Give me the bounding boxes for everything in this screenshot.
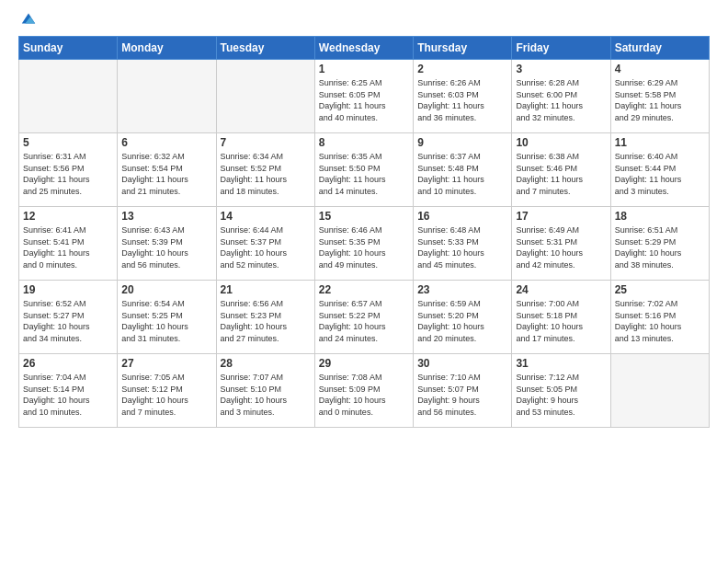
day-number: 14 (221, 210, 311, 223)
calendar-table: SundayMondayTuesdayWednesdayThursdayFrid… (18, 36, 710, 428)
day-info: Sunrise: 6:52 AM Sunset: 5:27 PM Dayligh… (23, 298, 113, 344)
calendar-cell: 21Sunrise: 6:56 AM Sunset: 5:23 PM Dayli… (216, 281, 314, 354)
day-info: Sunrise: 7:02 AM Sunset: 5:16 PM Dayligh… (615, 298, 705, 344)
calendar-cell: 31Sunrise: 7:12 AM Sunset: 5:05 PM Dayli… (512, 354, 610, 428)
day-number: 4 (615, 63, 705, 75)
day-number: 9 (417, 136, 507, 149)
calendar-header-row: SundayMondayTuesdayWednesdayThursdayFrid… (19, 37, 710, 60)
calendar-cell: 13Sunrise: 6:43 AM Sunset: 5:39 PM Dayli… (118, 207, 216, 281)
day-number: 30 (417, 357, 507, 370)
day-info: Sunrise: 6:51 AM Sunset: 5:29 PM Dayligh… (615, 224, 705, 270)
calendar-cell: 8Sunrise: 6:35 AM Sunset: 5:50 PM Daylig… (314, 133, 413, 207)
day-number: 8 (319, 136, 409, 149)
day-info: Sunrise: 7:00 AM Sunset: 5:18 PM Dayligh… (516, 298, 606, 344)
day-info: Sunrise: 6:46 AM Sunset: 5:35 PM Dayligh… (319, 224, 409, 270)
logo-icon (20, 10, 37, 27)
day-number: 18 (615, 210, 705, 223)
weekday-header-wednesday: Wednesday (314, 37, 413, 60)
calendar-cell: 7Sunrise: 6:34 AM Sunset: 5:52 PM Daylig… (216, 133, 314, 207)
calendar-cell: 14Sunrise: 6:44 AM Sunset: 5:37 PM Dayli… (216, 207, 314, 281)
calendar-cell: 30Sunrise: 7:10 AM Sunset: 5:07 PM Dayli… (414, 354, 512, 428)
day-info: Sunrise: 6:54 AM Sunset: 5:25 PM Dayligh… (121, 298, 211, 344)
day-number: 7 (221, 136, 311, 149)
day-info: Sunrise: 6:28 AM Sunset: 6:00 PM Dayligh… (516, 77, 606, 123)
day-number: 27 (121, 357, 211, 370)
day-info: Sunrise: 7:05 AM Sunset: 5:12 PM Dayligh… (121, 372, 211, 418)
calendar-cell: 3Sunrise: 6:28 AM Sunset: 6:00 PM Daylig… (512, 60, 610, 133)
day-info: Sunrise: 6:35 AM Sunset: 5:50 PM Dayligh… (319, 151, 409, 197)
day-info: Sunrise: 6:43 AM Sunset: 5:39 PM Dayligh… (121, 224, 211, 270)
header (18, 14, 710, 27)
weekday-header-monday: Monday (118, 37, 216, 60)
day-info: Sunrise: 7:04 AM Sunset: 5:14 PM Dayligh… (23, 372, 113, 418)
day-number: 15 (319, 210, 409, 223)
day-number: 17 (516, 210, 606, 223)
day-number: 24 (516, 283, 606, 296)
day-info: Sunrise: 6:40 AM Sunset: 5:44 PM Dayligh… (615, 151, 705, 197)
weekday-header-saturday: Saturday (610, 37, 709, 60)
day-number: 2 (417, 63, 507, 75)
calendar-cell: 2Sunrise: 6:26 AM Sunset: 6:03 PM Daylig… (414, 60, 512, 133)
calendar-cell (19, 60, 118, 133)
calendar-week-0: 1Sunrise: 6:25 AM Sunset: 6:05 PM Daylig… (19, 60, 710, 133)
day-info: Sunrise: 6:26 AM Sunset: 6:03 PM Dayligh… (417, 77, 507, 123)
day-number: 26 (23, 357, 113, 370)
calendar-cell: 9Sunrise: 6:37 AM Sunset: 5:48 PM Daylig… (414, 133, 512, 207)
day-info: Sunrise: 6:25 AM Sunset: 6:05 PM Dayligh… (319, 77, 409, 123)
calendar-cell: 10Sunrise: 6:38 AM Sunset: 5:46 PM Dayli… (512, 133, 610, 207)
day-info: Sunrise: 6:38 AM Sunset: 5:46 PM Dayligh… (516, 151, 606, 197)
calendar-week-2: 12Sunrise: 6:41 AM Sunset: 5:41 PM Dayli… (19, 207, 710, 281)
page: SundayMondayTuesdayWednesdayThursdayFrid… (0, 0, 728, 563)
calendar-cell: 5Sunrise: 6:31 AM Sunset: 5:56 PM Daylig… (19, 133, 118, 207)
calendar-cell: 23Sunrise: 6:59 AM Sunset: 5:20 PM Dayli… (414, 281, 512, 354)
day-number: 1 (319, 63, 409, 75)
day-info: Sunrise: 6:59 AM Sunset: 5:20 PM Dayligh… (417, 298, 507, 344)
calendar-cell: 25Sunrise: 7:02 AM Sunset: 5:16 PM Dayli… (610, 281, 709, 354)
calendar-cell: 22Sunrise: 6:57 AM Sunset: 5:22 PM Dayli… (314, 281, 413, 354)
day-number: 6 (121, 136, 211, 149)
day-info: Sunrise: 6:34 AM Sunset: 5:52 PM Dayligh… (221, 151, 311, 197)
calendar-cell: 17Sunrise: 6:49 AM Sunset: 5:31 PM Dayli… (512, 207, 610, 281)
day-info: Sunrise: 6:44 AM Sunset: 5:37 PM Dayligh… (221, 224, 311, 270)
calendar-cell: 28Sunrise: 7:07 AM Sunset: 5:10 PM Dayli… (216, 354, 314, 428)
day-info: Sunrise: 6:48 AM Sunset: 5:33 PM Dayligh… (417, 224, 507, 270)
weekday-header-thursday: Thursday (414, 37, 512, 60)
day-info: Sunrise: 7:12 AM Sunset: 5:05 PM Dayligh… (516, 372, 606, 418)
calendar-cell: 4Sunrise: 6:29 AM Sunset: 5:58 PM Daylig… (610, 60, 709, 133)
day-number: 12 (23, 210, 113, 223)
day-number: 25 (615, 283, 705, 296)
day-info: Sunrise: 6:41 AM Sunset: 5:41 PM Dayligh… (23, 224, 113, 270)
calendar-cell (216, 60, 314, 133)
calendar-week-4: 26Sunrise: 7:04 AM Sunset: 5:14 PM Dayli… (19, 354, 710, 428)
logo (18, 14, 37, 27)
calendar-cell (118, 60, 216, 133)
calendar-cell: 26Sunrise: 7:04 AM Sunset: 5:14 PM Dayli… (19, 354, 118, 428)
calendar-cell: 12Sunrise: 6:41 AM Sunset: 5:41 PM Dayli… (19, 207, 118, 281)
day-info: Sunrise: 6:32 AM Sunset: 5:54 PM Dayligh… (121, 151, 211, 197)
calendar-cell: 6Sunrise: 6:32 AM Sunset: 5:54 PM Daylig… (118, 133, 216, 207)
day-info: Sunrise: 7:07 AM Sunset: 5:10 PM Dayligh… (221, 372, 311, 418)
day-number: 28 (221, 357, 311, 370)
day-number: 3 (516, 63, 606, 75)
calendar-week-3: 19Sunrise: 6:52 AM Sunset: 5:27 PM Dayli… (19, 281, 710, 354)
day-info: Sunrise: 6:31 AM Sunset: 5:56 PM Dayligh… (23, 151, 113, 197)
day-info: Sunrise: 7:08 AM Sunset: 5:09 PM Dayligh… (319, 372, 409, 418)
calendar-cell: 20Sunrise: 6:54 AM Sunset: 5:25 PM Dayli… (118, 281, 216, 354)
day-number: 21 (221, 283, 311, 296)
day-number: 31 (516, 357, 606, 370)
calendar-cell: 24Sunrise: 7:00 AM Sunset: 5:18 PM Dayli… (512, 281, 610, 354)
calendar-cell: 29Sunrise: 7:08 AM Sunset: 5:09 PM Dayli… (314, 354, 413, 428)
calendar-cell: 27Sunrise: 7:05 AM Sunset: 5:12 PM Dayli… (118, 354, 216, 428)
day-number: 10 (516, 136, 606, 149)
day-info: Sunrise: 6:37 AM Sunset: 5:48 PM Dayligh… (417, 151, 507, 197)
day-info: Sunrise: 6:57 AM Sunset: 5:22 PM Dayligh… (319, 298, 409, 344)
calendar-cell: 16Sunrise: 6:48 AM Sunset: 5:33 PM Dayli… (414, 207, 512, 281)
day-number: 16 (417, 210, 507, 223)
calendar-cell: 15Sunrise: 6:46 AM Sunset: 5:35 PM Dayli… (314, 207, 413, 281)
weekday-header-tuesday: Tuesday (216, 37, 314, 60)
day-number: 23 (417, 283, 507, 296)
weekday-header-friday: Friday (512, 37, 610, 60)
day-number: 29 (319, 357, 409, 370)
day-info: Sunrise: 6:56 AM Sunset: 5:23 PM Dayligh… (221, 298, 311, 344)
day-number: 11 (615, 136, 705, 149)
